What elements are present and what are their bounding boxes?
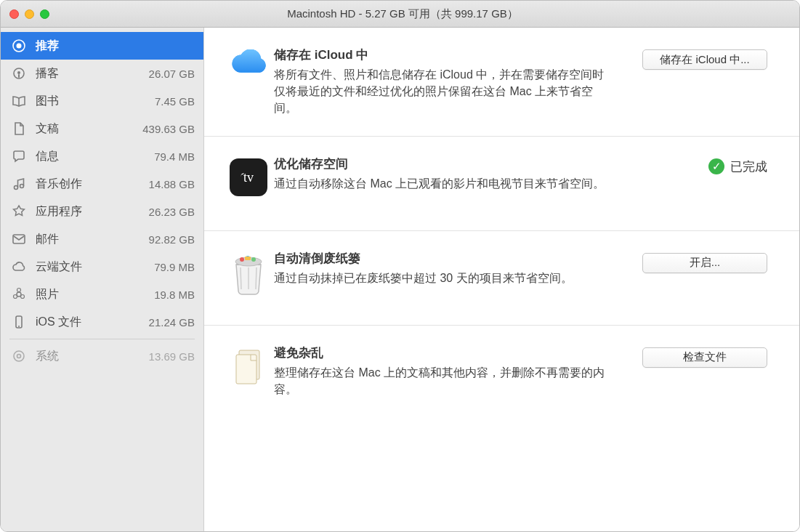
recommendation-description: 通过自动抹掉已在废纸篓中超过 30 天的项目来节省空间。 [274,270,615,286]
documents-icon [9,121,28,136]
recommendation-title: 避免杂乱 [274,344,629,361]
store-in-icloud-button[interactable]: 储存在 iCloud 中... [642,49,767,70]
sidebar-item-label: 推荐 [36,39,195,54]
svg-line-19 [241,267,241,289]
minimize-window-button[interactable] [25,9,34,19]
title-bar: Macintosh HD - 5.27 GB 可用（共 999.17 GB） [1,1,799,28]
sidebar-item-size: 26.23 GB [149,206,195,218]
optimize-status: ✓ 已完成 [708,158,767,175]
svg-point-16 [17,355,21,358]
recommendation-empty-trash: 自动清倒废纸篓 通过自动抹掉已在废纸篓中超过 30 天的项目来节省空间。 开启.… [204,231,799,326]
mail-icon [9,232,28,246]
cloud-icon [9,259,28,274]
svg-point-1 [17,44,22,49]
turn-on-button[interactable]: 开启... [642,253,767,273]
sidebar-item-size: 19.8 MB [154,289,195,301]
recommendation-description: 通过自动移除这台 Mac 上已观看的影片和电视节目来节省空间。 [274,175,615,192]
svg-point-10 [17,289,21,292]
svg-rect-4 [18,74,20,78]
sidebar-item-mail[interactable]: 邮件 92.82 GB [1,225,203,253]
sidebar-item-books[interactable]: 图书 7.45 GB [1,87,203,115]
recommendation-optimize: tv 优化储存空间 通过自动移除这台 Mac 上已观看的影片和电视节目来节省空间… [204,137,799,231]
apps-icon [9,204,28,219]
svg-rect-28 [236,355,256,384]
check-icon: ✓ [708,158,724,174]
window-title: Macintosh HD - 5.27 GB 可用（共 999.17 GB） [49,7,756,21]
sidebar-item-messages[interactable]: 信息 79.4 MB [1,142,203,170]
svg-point-15 [14,351,24,361]
appletv-icon: tv [223,156,274,196]
sidebar-item-size: 79.9 MB [154,261,195,273]
sidebar-item-system[interactable]: 系统 13.69 GB [1,342,203,370]
sidebar-item-label: 文稿 [36,121,142,137]
svg-point-25 [251,257,256,262]
recommendation-reduce-clutter: 避免杂乱 整理储存在这台 Mac 上的文稿和其他内容，并删除不再需要的内容。 检… [204,326,799,420]
window-controls [9,9,49,19]
sidebar-item-label: 图书 [36,94,155,109]
sidebar-item-label: iOS 文件 [36,315,149,330]
icloud-icon [223,47,274,76]
sidebar-item-label: 系统 [36,349,149,364]
svg-point-12 [14,295,17,299]
svg-line-21 [256,267,256,289]
sidebar-item-size: 21.24 GB [149,316,195,329]
svg-point-11 [21,295,25,299]
sidebar-item-size: 13.69 GB [149,350,195,363]
recommendation-description: 将所有文件、照片和信息储存在 iCloud 中，并在需要储存空间时仅将最近的文件… [274,66,615,117]
sidebar-item-label: 播客 [36,66,149,81]
zoom-window-button[interactable] [40,9,49,19]
lightbulb-icon [9,39,28,53]
system-icon [9,349,28,363]
sidebar-item-label: 云端文件 [36,259,154,275]
recommendations-panel: 储存在 iCloud 中 将所有文件、照片和信息储存在 iCloud 中，并在需… [204,28,799,532]
sidebar-item-podcasts[interactable]: 播客 26.07 GB [1,60,203,87]
sidebar-item-label: 照片 [36,287,154,302]
sidebar-item-documents[interactable]: 文稿 439.63 GB [1,115,203,142]
svg-rect-26 [245,257,251,260]
svg-rect-8 [13,235,25,243]
status-label: 已完成 [730,158,767,175]
recommendation-title: 自动清倒废纸篓 [274,250,629,267]
photos-icon [9,287,28,302]
svg-text:tv: tv [243,170,254,185]
sidebar-item-label: 音乐创作 [36,177,149,192]
sidebar: 推荐 播客 26.07 GB 图书 7.45 GB 文稿 439.63 GB [1,28,204,532]
music-creation-icon [9,177,28,191]
sidebar-item-size: 7.45 GB [155,95,195,108]
books-icon [9,94,28,108]
ios-files-icon [9,315,28,329]
close-window-button[interactable] [9,9,19,19]
sidebar-item-size: 439.63 GB [142,123,195,135]
trash-icon [223,250,274,295]
sidebar-item-size: 92.82 GB [149,233,195,246]
recommendation-title: 储存在 iCloud 中 [274,47,629,63]
recommendation-description: 整理储存在这台 Mac 上的文稿和其他内容，并删除不再需要的内容。 [274,364,615,398]
sidebar-item-recommendations[interactable]: 推荐 [1,32,203,60]
sidebar-divider [9,339,195,339]
sidebar-item-cloud-files[interactable]: 云端文件 79.9 MB [1,253,203,281]
sidebar-item-label: 信息 [36,149,154,164]
sidebar-item-music-creation[interactable]: 音乐创作 14.88 GB [1,170,203,198]
messages-icon [9,149,28,164]
sidebar-item-size: 14.88 GB [149,178,195,190]
documents-stack-icon [223,344,274,390]
sidebar-item-size: 26.07 GB [149,68,195,80]
podcasts-icon [9,66,28,81]
sidebar-item-ios-files[interactable]: iOS 文件 21.24 GB [1,308,203,336]
svg-point-14 [18,326,20,327]
sidebar-item-size: 79.4 MB [154,150,195,163]
svg-point-3 [17,71,20,74]
sidebar-item-photos[interactable]: 照片 19.8 MB [1,281,203,308]
sidebar-item-label: 邮件 [36,232,149,247]
svg-point-23 [240,257,244,262]
sidebar-item-apps[interactable]: 应用程序 26.23 GB [1,198,203,225]
sidebar-item-label: 应用程序 [36,204,149,219]
recommendation-icloud: 储存在 iCloud 中 将所有文件、照片和信息储存在 iCloud 中，并在需… [204,28,799,137]
review-files-button[interactable]: 检查文件 [642,347,767,368]
main-area: 推荐 播客 26.07 GB 图书 7.45 GB 文稿 439.63 GB [1,28,799,532]
recommendation-title: 优化储存空间 [274,156,695,172]
